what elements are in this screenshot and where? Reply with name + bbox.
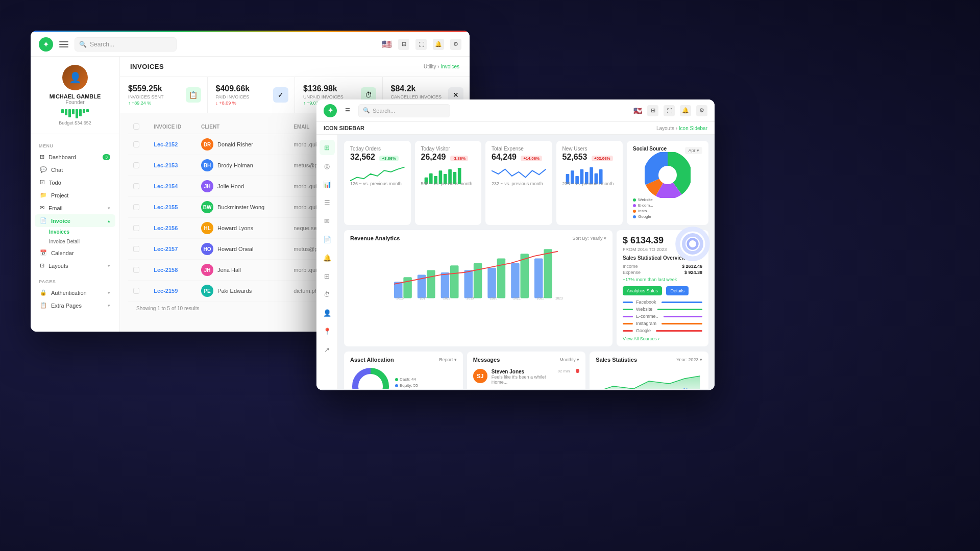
legend-instagram: Insta... xyxy=(633,209,702,213)
grid-icon[interactable]: ⊞ xyxy=(398,39,409,50)
bell-icon-dash[interactable]: 🔔 xyxy=(680,105,691,116)
client-cell: JH Jena Hall xyxy=(196,260,288,281)
svg-rect-34 xyxy=(544,249,552,298)
fullscreen-icon-dash[interactable]: ⛶ xyxy=(664,105,675,116)
svg-rect-27 xyxy=(464,270,473,298)
pie-legend: Website E-com... Insta... Google xyxy=(633,197,702,219)
total-expense-value: 64,249 +14.06% xyxy=(492,153,546,162)
icon-person[interactable]: 👤 xyxy=(320,305,335,320)
budget-text: Budget $34,652 xyxy=(39,120,111,126)
bell-icon[interactable]: 🔔 xyxy=(433,39,444,50)
section-label: ICON SIDEBAR xyxy=(324,125,364,131)
user-role: Founder xyxy=(39,99,111,105)
stat-new-users: New Users 52,653 +52.06% xyxy=(556,141,623,225)
sidebar-item-dashboard[interactable]: ⊞ Dashboard 3 xyxy=(35,151,115,163)
search-dashboard[interactable]: 🔍 Search... xyxy=(358,104,450,117)
messages-filter[interactable]: Monthly ▾ xyxy=(559,357,579,362)
svg-rect-31 xyxy=(511,263,520,298)
salesstats-header: Sales Statistics Year: 2023 ▾ xyxy=(596,357,702,363)
icon-mail[interactable]: ✉ xyxy=(320,213,335,229)
client-name: Jolie Hood xyxy=(217,183,244,189)
view-all-sources[interactable]: View All Sources › xyxy=(623,336,702,341)
icon-clock[interactable]: ⏱ xyxy=(320,287,335,302)
social-source-title: Social Source xyxy=(633,146,667,152)
icon-grid[interactable]: ⊞ xyxy=(320,268,335,284)
stat-total-expense: Total Expense 64,249 +14.06% 232 ~ vs. p… xyxy=(485,141,552,225)
auth-arrow-icon: ▾ xyxy=(108,290,110,295)
client-avatar: JH xyxy=(201,180,213,192)
select-all-checkbox[interactable] xyxy=(133,123,139,130)
today-visitor-chart xyxy=(421,164,476,179)
icon-map[interactable]: 📍 xyxy=(320,323,335,339)
row-checkbox[interactable] xyxy=(133,225,139,231)
analytics-sales-btn[interactable]: Analytics Sales xyxy=(623,286,662,295)
icon-home[interactable]: ⊞ xyxy=(320,140,335,155)
sidebar-item-extra-pages[interactable]: 📋 Extra Pages ▾ xyxy=(35,299,115,312)
layouts-label: Layouts xyxy=(48,263,68,269)
settings-icon-dash[interactable]: ⚙ xyxy=(696,105,707,116)
stat-paid-invoices: $409.66k PAID INVOICES ↓ +8.09 % ✓ xyxy=(208,77,296,113)
client-name: Donald Risher xyxy=(217,141,253,147)
client-name: Howard Oneal xyxy=(217,246,253,252)
sort-label[interactable]: Sort By: Yearly ▾ xyxy=(572,236,606,241)
menu-icon-dashboard[interactable]: ☰ xyxy=(342,105,353,116)
paid-icon: ✓ xyxy=(273,87,288,103)
svg-point-20 xyxy=(658,166,677,184)
sidebar-item-calendar[interactable]: 📅 Calendar xyxy=(35,246,115,259)
sidebar-item-chat[interactable]: 💬 Chat xyxy=(35,163,115,176)
invoice-id-cell: Lec-2159 xyxy=(149,281,196,302)
sidebar-item-todo[interactable]: ☑ Todo xyxy=(35,176,115,189)
icon-gauge[interactable]: ◎ xyxy=(320,158,335,173)
invoice-id-cell: Lec-2157 xyxy=(149,239,196,260)
search-bar[interactable]: 🔍 Search... xyxy=(75,37,177,52)
legend-google: Google xyxy=(623,328,702,333)
row-checkbox[interactable] xyxy=(133,246,139,252)
row-checkbox[interactable] xyxy=(133,288,139,294)
sidebar-item-email[interactable]: ✉ Email ▾ xyxy=(35,202,115,214)
row-checkbox[interactable] xyxy=(133,141,139,147)
svg-rect-33 xyxy=(534,259,543,298)
row-checkbox[interactable] xyxy=(133,204,139,210)
icon-list[interactable]: ☰ xyxy=(320,195,335,210)
asset-filter[interactable]: Report ▾ xyxy=(439,357,457,362)
topbar-dashboard: ✦ ☰ 🔍 Search... 🇺🇸 ⊞ ⛶ 🔔 ⚙ xyxy=(316,99,715,122)
icon-file[interactable]: 📄 xyxy=(320,232,335,247)
legend-google: Google xyxy=(633,214,702,219)
asset-allocation-card: Asset Allocation Report ▾ xyxy=(344,352,463,389)
todo-icon: ☑ xyxy=(40,179,45,186)
invoice-id-cell: Lec-2152 xyxy=(149,134,196,155)
growth-text: +17% more than last week xyxy=(623,277,702,282)
menu-hamburger-icon[interactable] xyxy=(59,41,68,47)
salesstats-year[interactable]: Year: 2023 ▾ xyxy=(676,357,702,362)
row-checkbox[interactable] xyxy=(133,162,139,168)
grid-icon-dash[interactable]: ⊞ xyxy=(647,105,658,116)
client-cell: HL Howard Lyons xyxy=(196,218,288,239)
svg-text:2016: 2016 xyxy=(397,296,404,300)
sales-statistics-card: Sales Statistics Year: 2023 ▾ xyxy=(590,352,708,389)
legend-equity: Equity: 55 xyxy=(395,383,418,388)
sidebar-item-invoice[interactable]: 📄 Invoice ▴ xyxy=(35,214,115,227)
row-checkbox[interactable] xyxy=(133,183,139,189)
sub-item-invoice-detail[interactable]: Invoice Detail xyxy=(35,237,115,246)
client-avatar: BH xyxy=(201,159,213,171)
settings-icon[interactable]: ⚙ xyxy=(450,39,461,50)
sidebar-item-project[interactable]: 📁 Project xyxy=(35,189,115,202)
client-name: Buckminster Wong xyxy=(217,204,264,210)
svg-text:2022: 2022 xyxy=(537,296,545,300)
details-btn[interactable]: Details xyxy=(666,286,689,295)
icon-bell[interactable]: 🔔 xyxy=(320,250,335,265)
invoice-id-cell: Lec-2158 xyxy=(149,260,196,281)
sub-item-invoices[interactable]: Invoices xyxy=(35,227,115,237)
fullscreen-icon[interactable]: ⛶ xyxy=(415,39,427,50)
action-buttons: Analytics Sales Details xyxy=(623,285,702,295)
budget-bars xyxy=(39,109,111,118)
new-users-title: New Users xyxy=(562,146,617,152)
row-checkbox[interactable] xyxy=(133,267,139,273)
msg-alex: AM Alex Mulvey I've finished it! See you… xyxy=(473,388,580,389)
icon-chart[interactable]: 📊 xyxy=(320,177,335,192)
revenue-title: Revenue Analytics xyxy=(350,235,400,241)
icon-share[interactable]: ↗ xyxy=(320,342,335,357)
sidebar-item-layouts[interactable]: ⊡ Layouts ▾ xyxy=(35,259,115,272)
sidebar-item-authentication[interactable]: 🔒 Authentication ▾ xyxy=(35,286,115,299)
svg-rect-26 xyxy=(450,265,459,298)
